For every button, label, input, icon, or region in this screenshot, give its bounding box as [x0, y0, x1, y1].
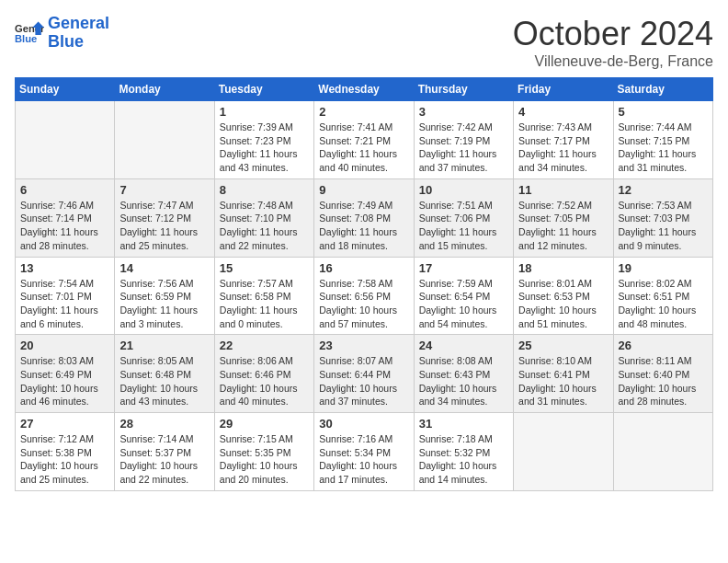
day-number: 17 [419, 261, 508, 275]
calendar-cell: 18Sunrise: 8:01 AMSunset: 6:53 PMDayligh… [514, 257, 613, 335]
day-info: Sunrise: 7:46 AMSunset: 7:14 PMDaylight:… [20, 199, 109, 253]
day-number: 12 [619, 183, 708, 197]
day-info: Sunrise: 7:16 AMSunset: 5:34 PMDaylight:… [319, 432, 408, 487]
day-info: Sunrise: 7:14 AMSunset: 5:37 PMDaylight:… [119, 432, 209, 487]
calendar-cell [613, 413, 712, 491]
header-thursday: Thursday [414, 78, 513, 101]
logo: General Blue GeneralBlue [15, 15, 109, 52]
day-number: 8 [220, 183, 309, 197]
calendar-cell: 29Sunrise: 7:15 AMSunset: 5:35 PMDayligh… [214, 413, 313, 491]
calendar-cell: 16Sunrise: 7:58 AMSunset: 6:56 PMDayligh… [314, 257, 414, 335]
day-number: 21 [119, 339, 209, 352]
day-number: 11 [518, 183, 608, 197]
calendar-cell: 23Sunrise: 8:07 AMSunset: 6:44 PMDayligh… [314, 335, 414, 413]
day-number: 31 [419, 417, 508, 431]
header-saturday: Saturday [613, 78, 712, 101]
day-number: 20 [20, 339, 109, 352]
day-info: Sunrise: 7:52 AMSunset: 7:05 PMDaylight:… [518, 199, 608, 253]
day-info: Sunrise: 7:59 AMSunset: 6:54 PMDaylight:… [419, 277, 508, 331]
day-info: Sunrise: 7:53 AMSunset: 7:03 PMDaylight:… [619, 199, 708, 253]
day-info: Sunrise: 7:51 AMSunset: 7:06 PMDaylight:… [419, 199, 508, 253]
calendar-cell [514, 413, 613, 491]
calendar-cell: 2Sunrise: 7:41 AMSunset: 7:21 PMDaylight… [314, 101, 414, 179]
day-number: 29 [220, 417, 309, 431]
day-info: Sunrise: 8:03 AMSunset: 6:49 PMDaylight:… [20, 354, 109, 408]
calendar-cell: 13Sunrise: 7:54 AMSunset: 7:01 PMDayligh… [16, 257, 115, 335]
day-number: 23 [319, 339, 408, 352]
day-number: 24 [419, 339, 508, 352]
day-number: 18 [518, 261, 608, 275]
title-section: October 2024 Villeneuve-de-Berg, France [513, 15, 713, 70]
day-info: Sunrise: 7:57 AMSunset: 6:58 PMDaylight:… [220, 277, 309, 331]
calendar-cell: 15Sunrise: 7:57 AMSunset: 6:58 PMDayligh… [214, 257, 313, 335]
day-number: 4 [518, 105, 608, 119]
day-number: 2 [319, 105, 408, 119]
day-info: Sunrise: 8:11 AMSunset: 6:40 PMDaylight:… [619, 354, 708, 408]
day-number: 10 [419, 183, 508, 197]
day-number: 27 [20, 417, 109, 431]
day-number: 19 [619, 261, 708, 275]
day-info: Sunrise: 7:54 AMSunset: 7:01 PMDaylight:… [20, 277, 109, 331]
day-number: 15 [220, 261, 309, 275]
day-info: Sunrise: 7:41 AMSunset: 7:21 PMDaylight:… [319, 121, 408, 175]
day-info: Sunrise: 8:02 AMSunset: 6:51 PMDaylight:… [619, 277, 708, 331]
calendar-header-row: SundayMondayTuesdayWednesdayThursdayFrid… [16, 78, 713, 101]
page-header: General Blue GeneralBlue October 2024 Vi… [15, 15, 713, 70]
calendar-cell: 12Sunrise: 7:53 AMSunset: 7:03 PMDayligh… [613, 178, 712, 257]
day-info: Sunrise: 7:18 AMSunset: 5:32 PMDaylight:… [419, 432, 508, 487]
day-number: 13 [20, 261, 109, 275]
day-info: Sunrise: 8:06 AMSunset: 6:46 PMDaylight:… [220, 354, 309, 408]
calendar-cell: 8Sunrise: 7:48 AMSunset: 7:10 PMDaylight… [214, 178, 313, 257]
day-info: Sunrise: 7:49 AMSunset: 7:08 PMDaylight:… [319, 199, 408, 253]
calendar-cell: 28Sunrise: 7:14 AMSunset: 5:37 PMDayligh… [115, 413, 214, 491]
calendar-cell: 31Sunrise: 7:18 AMSunset: 5:32 PMDayligh… [414, 413, 513, 491]
calendar-cell: 11Sunrise: 7:52 AMSunset: 7:05 PMDayligh… [514, 178, 613, 257]
day-info: Sunrise: 7:58 AMSunset: 6:56 PMDaylight:… [319, 277, 408, 331]
calendar-cell: 25Sunrise: 8:10 AMSunset: 6:41 PMDayligh… [514, 335, 613, 413]
day-info: Sunrise: 7:39 AMSunset: 7:23 PMDaylight:… [220, 121, 309, 175]
header-tuesday: Tuesday [214, 78, 313, 101]
day-number: 26 [619, 339, 708, 352]
calendar-cell: 9Sunrise: 7:49 AMSunset: 7:08 PMDaylight… [314, 178, 414, 257]
logo-text: GeneralBlue [48, 15, 109, 52]
calendar-cell: 1Sunrise: 7:39 AMSunset: 7:23 PMDaylight… [214, 101, 313, 179]
day-info: Sunrise: 8:08 AMSunset: 6:43 PMDaylight:… [419, 354, 508, 408]
calendar-cell: 14Sunrise: 7:56 AMSunset: 6:59 PMDayligh… [115, 257, 214, 335]
day-number: 1 [220, 105, 309, 119]
calendar-cell: 3Sunrise: 7:42 AMSunset: 7:19 PMDaylight… [414, 101, 513, 179]
day-info: Sunrise: 8:10 AMSunset: 6:41 PMDaylight:… [518, 354, 608, 408]
calendar-cell: 30Sunrise: 7:16 AMSunset: 5:34 PMDayligh… [314, 413, 414, 491]
day-info: Sunrise: 7:44 AMSunset: 7:15 PMDaylight:… [619, 121, 708, 175]
day-number: 5 [619, 105, 708, 119]
calendar-week-row: 6Sunrise: 7:46 AMSunset: 7:14 PMDaylight… [16, 178, 713, 257]
header-wednesday: Wednesday [314, 78, 414, 101]
calendar-cell: 21Sunrise: 8:05 AMSunset: 6:48 PMDayligh… [115, 335, 214, 413]
calendar-cell: 6Sunrise: 7:46 AMSunset: 7:14 PMDaylight… [16, 178, 115, 257]
calendar-cell: 7Sunrise: 7:47 AMSunset: 7:12 PMDaylight… [115, 178, 214, 257]
day-info: Sunrise: 8:07 AMSunset: 6:44 PMDaylight:… [319, 354, 408, 408]
day-info: Sunrise: 7:48 AMSunset: 7:10 PMDaylight:… [220, 199, 309, 253]
day-number: 22 [220, 339, 309, 352]
day-info: Sunrise: 8:01 AMSunset: 6:53 PMDaylight:… [518, 277, 608, 331]
day-number: 16 [319, 261, 408, 275]
header-sunday: Sunday [16, 78, 115, 101]
day-number: 7 [119, 183, 209, 197]
calendar-cell: 19Sunrise: 8:02 AMSunset: 6:51 PMDayligh… [613, 257, 712, 335]
calendar-week-row: 20Sunrise: 8:03 AMSunset: 6:49 PMDayligh… [16, 335, 713, 413]
day-number: 25 [518, 339, 608, 352]
calendar-cell: 22Sunrise: 8:06 AMSunset: 6:46 PMDayligh… [214, 335, 313, 413]
calendar-table: SundayMondayTuesdayWednesdayThursdayFrid… [15, 77, 713, 491]
month-title: October 2024 [513, 15, 713, 53]
calendar-cell: 27Sunrise: 7:12 AMSunset: 5:38 PMDayligh… [16, 413, 115, 491]
calendar-week-row: 1Sunrise: 7:39 AMSunset: 7:23 PMDaylight… [16, 101, 713, 179]
day-number: 14 [119, 261, 209, 275]
day-number: 6 [20, 183, 109, 197]
logo-icon: General Blue [15, 20, 44, 46]
day-info: Sunrise: 7:43 AMSunset: 7:17 PMDaylight:… [518, 121, 608, 175]
header-friday: Friday [514, 78, 613, 101]
day-info: Sunrise: 7:15 AMSunset: 5:35 PMDaylight:… [220, 432, 309, 487]
header-monday: Monday [115, 78, 214, 101]
day-number: 9 [319, 183, 408, 197]
day-info: Sunrise: 7:12 AMSunset: 5:38 PMDaylight:… [20, 432, 109, 487]
day-info: Sunrise: 7:47 AMSunset: 7:12 PMDaylight:… [119, 199, 209, 253]
